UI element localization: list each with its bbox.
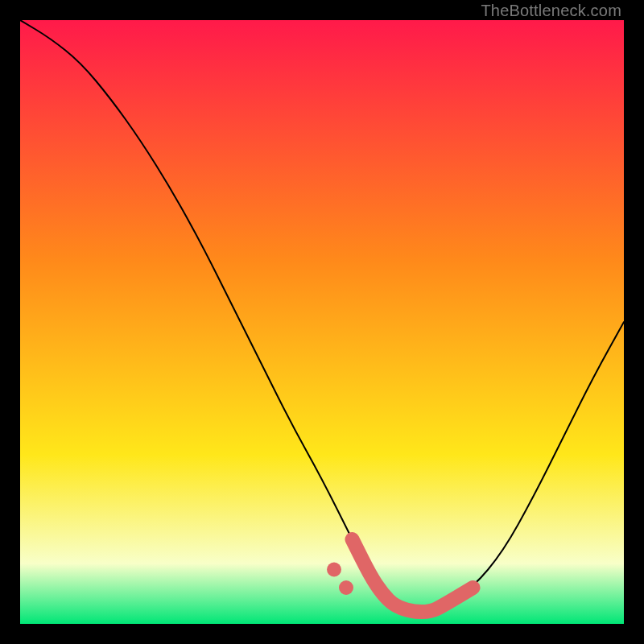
highlight-dot	[327, 563, 341, 577]
gradient-background	[20, 20, 624, 624]
bottleneck-chart	[20, 20, 624, 624]
watermark-text: TheBottleneck.com	[481, 2, 621, 20]
chart-frame	[20, 20, 624, 624]
highlight-dot	[339, 580, 353, 595]
